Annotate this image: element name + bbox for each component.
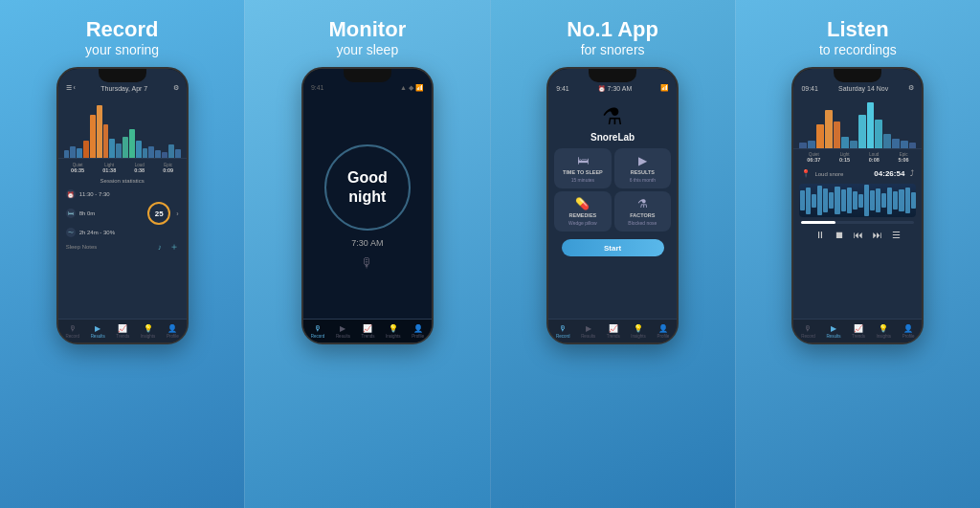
tab4-trends-label: Trends xyxy=(852,334,865,339)
app-container: Record your snoring ☰ ‹ Thursday, Apr 7 … xyxy=(0,0,980,508)
tab3-results[interactable]: ▶ Results xyxy=(581,323,595,339)
tab3-insights[interactable]: 💡 Insights xyxy=(631,323,646,339)
stat4-quiet: Quiet 06:37 xyxy=(807,152,820,163)
tab2-profile[interactable]: 👤 Profile xyxy=(412,323,424,339)
waveform-bar xyxy=(881,193,886,209)
stat4-quiet-value: 06:37 xyxy=(807,157,820,163)
tab2-insights-icon: 💡 xyxy=(388,323,399,333)
chart-bar xyxy=(841,137,849,148)
tab4-record[interactable]: 🎙 Record xyxy=(801,323,815,339)
tab4-profile-label: Profile xyxy=(902,334,915,339)
tab2-trends[interactable]: 📈 Trends xyxy=(362,323,375,339)
tab4-results[interactable]: ▶ Results xyxy=(826,323,840,339)
session-info: ⏰ 11:30 - 7:30 🛏 8h 0m 25 › 〜 2h 24m - 3… xyxy=(58,187,187,256)
chart-bar xyxy=(90,115,96,158)
stop-button[interactable]: ⏹ xyxy=(835,230,844,240)
chart-bar xyxy=(70,146,76,158)
tab-insights[interactable]: 💡 Insights xyxy=(141,323,156,339)
chart-bar xyxy=(892,139,900,148)
app-name: SnoreLab xyxy=(590,132,635,143)
fastforward-button[interactable]: ⏭ xyxy=(873,230,882,240)
phone-2-tabs: 🎙 Record ▶ Results 📈 Trends 💡 Insights xyxy=(303,319,432,342)
pause-button[interactable]: ⏸ xyxy=(815,230,825,240)
chart-bar xyxy=(850,141,858,148)
list-button[interactable]: ☰ xyxy=(892,230,901,240)
stat-epic: Epic 0:09 xyxy=(163,163,173,173)
tile-factors-label: FACTORS xyxy=(630,212,655,218)
stat4-epic: Epic 5:06 xyxy=(899,152,909,163)
tab3-trends[interactable]: 📈 Trends xyxy=(607,323,620,339)
chart-bar xyxy=(136,141,142,158)
tab4-profile[interactable]: 👤 Profile xyxy=(902,323,915,339)
tab3-results-label: Results xyxy=(581,334,595,339)
snore-time: 2h 24m - 30% xyxy=(79,230,115,235)
results-icon: ▶ xyxy=(92,323,103,333)
phone-3-notch xyxy=(589,69,636,82)
tile-results[interactable]: ▶ RESULTS 6 this month xyxy=(614,148,672,188)
chart-bar xyxy=(97,105,102,158)
tab2-record[interactable]: 🎙 Record xyxy=(311,323,325,339)
chart-bar xyxy=(816,124,824,148)
add-icon[interactable]: ＋ xyxy=(169,240,179,254)
tile-factors[interactable]: ⚗ FACTORS Blocked nose xyxy=(614,191,672,232)
record-icon: 🎙 xyxy=(67,323,78,333)
alarm-time-3: 7:30 AM xyxy=(608,85,633,92)
tab-trends-label: Trends xyxy=(116,334,129,339)
chart-bar xyxy=(867,102,875,148)
phone-3-tabs: 🎙 Record ▶ Results 📈 Trends 💡 Insights xyxy=(548,319,677,342)
phone-4-tabs: 🎙 Record ▶ Results 📈 Trends 💡 Insights xyxy=(793,319,922,342)
phone-4-screen: 09:41 Saturday 14 Nov ⚙ xyxy=(793,69,922,342)
tile-factors-value: Blocked nose xyxy=(628,220,657,226)
panel-3-heading: No.1 App for snorers xyxy=(567,17,658,57)
progress-fill xyxy=(801,221,835,224)
phone-3: 9:41 ⏰ 7:30 AM 📶 ⚗ SnoreLab 🛏 TIME TO SL… xyxy=(546,67,679,344)
insights-icon: 💡 xyxy=(143,323,154,333)
waveform-bar xyxy=(893,191,898,210)
tile-tts-value: 15 minutes xyxy=(571,177,594,183)
stat-epic-value: 0:09 xyxy=(163,167,173,173)
tab-profile[interactable]: 👤 Profile xyxy=(167,323,179,339)
tile-remedies[interactable]: 💊 REMEDIES Wedge pillow xyxy=(554,191,612,232)
tile-time-to-sleep[interactable]: 🛏 TIME TO SLEEP 15 minutes xyxy=(554,148,612,188)
tab2-insights[interactable]: 💡 Insights xyxy=(386,323,401,339)
tab-record[interactable]: 🎙 Record xyxy=(65,323,79,339)
playback-progress[interactable] xyxy=(801,221,914,224)
start-button[interactable]: Start xyxy=(562,239,664,256)
tab4-trends-icon: 📈 xyxy=(853,323,864,333)
signal-icons: ▲ ◆ 📶 xyxy=(400,84,424,92)
waveform-bar xyxy=(812,194,816,208)
waveform-bar xyxy=(841,189,846,211)
trends-icon: 📈 xyxy=(117,323,128,333)
session-title: Session statistics xyxy=(58,175,187,187)
rewind-button[interactable]: ⏮ xyxy=(854,230,863,240)
waveform-bar xyxy=(899,189,903,211)
waveform-bar xyxy=(864,185,869,216)
tile-results-label: RESULTS xyxy=(631,169,655,175)
tab-trends[interactable]: 📈 Trends xyxy=(116,323,129,339)
waveform-bar xyxy=(817,186,822,216)
chart-bar xyxy=(168,144,174,158)
waveform-bar xyxy=(887,188,892,214)
tab-results[interactable]: ▶ Results xyxy=(91,323,105,339)
tab-results-label: Results xyxy=(91,334,105,339)
share-icon[interactable]: ⤴ xyxy=(910,169,914,178)
stat-loud: Loud 0:38 xyxy=(134,163,145,173)
chart-bar xyxy=(175,149,181,158)
settings-icon: ⚙ xyxy=(173,84,179,92)
panel-4-heading: Listen to recordings xyxy=(819,17,897,57)
tab3-profile[interactable]: 👤 Profile xyxy=(657,323,669,339)
chart-bar xyxy=(825,110,833,148)
chart-bar xyxy=(83,141,89,158)
tab4-insights[interactable]: 💡 Insights xyxy=(877,323,892,339)
tab-record-label: Record xyxy=(65,334,79,339)
panel-2-heading: Monitor your sleep xyxy=(329,17,407,57)
tab4-trends[interactable]: 📈 Trends xyxy=(852,323,865,339)
tab3-insights-label: Insights xyxy=(631,334,646,339)
tab2-results[interactable]: ▶ Results xyxy=(336,323,350,339)
phone-4: 09:41 Saturday 14 Nov ⚙ xyxy=(791,67,924,344)
tab3-trends-icon: 📈 xyxy=(608,323,619,333)
waveform-bar xyxy=(911,192,916,210)
phone-1-screen: ☰ ‹ Thursday, Apr 7 ⚙ xyxy=(58,69,187,342)
tab3-profile-icon: 👤 xyxy=(657,323,669,333)
tab3-record[interactable]: 🎙 Record xyxy=(556,323,570,339)
